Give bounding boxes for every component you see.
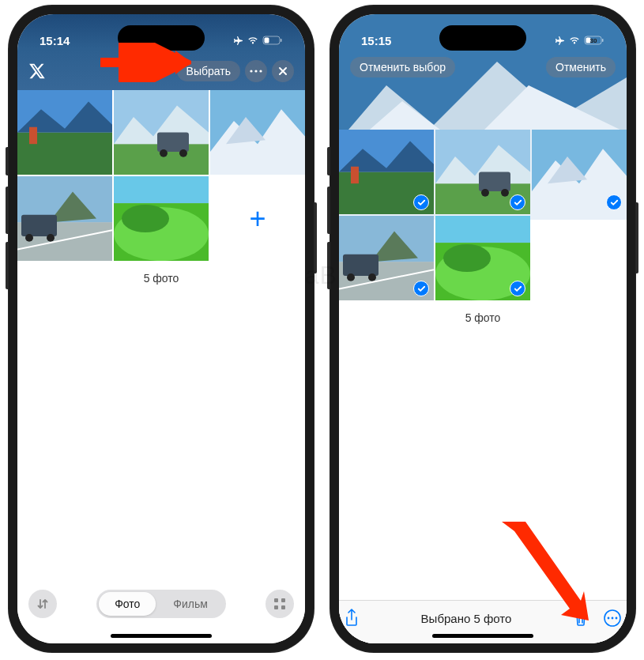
wifi-icon: [568, 36, 581, 45]
svg-point-3: [250, 70, 252, 72]
sort-button[interactable]: [28, 590, 57, 618]
svg-point-23: [25, 234, 33, 242]
selection-count: Выбрано 5 фото: [421, 612, 512, 625]
status-icons: 30: [554, 36, 604, 45]
svg-rect-51: [479, 172, 510, 191]
svg-point-66: [443, 244, 491, 272]
svg-point-4: [254, 70, 257, 72]
svg-point-61: [347, 273, 355, 281]
more-icon: [250, 70, 262, 73]
dynamic-island: [439, 25, 526, 51]
svg-rect-25: [114, 176, 209, 203]
svg-rect-47: [351, 167, 359, 183]
svg-point-53: [501, 189, 509, 197]
airplane-icon: [554, 36, 565, 45]
tab-film[interactable]: Фильм: [157, 592, 224, 616]
header: Выбрать: [17, 55, 305, 90]
view-segmented: Фото Фильм: [96, 590, 226, 618]
photo-grid: +: [17, 90, 305, 261]
photo-thumbnail[interactable]: [339, 216, 434, 300]
photo-grid: [339, 130, 627, 300]
wifi-icon: [247, 36, 259, 45]
battery-icon: [262, 36, 283, 45]
photo-thumbnail[interactable]: [17, 176, 112, 261]
screen: 15:15 30 Отменить выбор Отменить: [339, 14, 627, 643]
plus-icon: +: [249, 202, 266, 236]
grid-view-button[interactable]: [266, 590, 294, 618]
selection-checkmark: [606, 194, 622, 210]
svg-rect-9: [29, 127, 37, 144]
svg-rect-43: [602, 39, 604, 42]
trash-button[interactable]: [573, 609, 589, 627]
svg-point-15: [179, 149, 187, 157]
svg-rect-63: [435, 216, 530, 243]
svg-rect-29: [274, 598, 278, 602]
grid-icon: [273, 598, 286, 610]
status-time: 15:14: [40, 34, 70, 47]
svg-rect-32: [281, 605, 285, 609]
selection-checkmark: [510, 194, 525, 210]
photo-thumbnail[interactable]: [114, 176, 209, 261]
share-button[interactable]: [344, 609, 360, 628]
photo-thumbnail[interactable]: [435, 130, 530, 214]
svg-point-24: [47, 234, 55, 242]
dynamic-island: [118, 25, 205, 51]
svg-rect-13: [157, 133, 189, 152]
svg-text:30: 30: [590, 37, 597, 44]
photo-thumbnail[interactable]: [532, 130, 627, 214]
home-indicator[interactable]: [111, 634, 212, 638]
svg-rect-60: [343, 255, 378, 276]
photo-count: 5 фото: [17, 261, 305, 296]
cancel-button[interactable]: Отменить: [546, 57, 616, 77]
home-indicator[interactable]: [432, 634, 533, 638]
svg-rect-2: [281, 39, 282, 42]
svg-point-5: [259, 70, 262, 72]
photo-thumbnail[interactable]: [435, 216, 530, 300]
phone-right: 15:15 30 Отменить выбор Отменить: [330, 5, 636, 653]
airplane-icon: [232, 36, 243, 45]
svg-rect-31: [274, 605, 278, 609]
photo-count: 5 фото: [339, 300, 627, 335]
svg-point-52: [481, 189, 489, 197]
close-icon: [278, 66, 288, 76]
svg-rect-30: [281, 598, 285, 602]
content: + 5 фото: [17, 90, 305, 643]
svg-point-14: [160, 149, 168, 157]
x-logo-icon[interactable]: [28, 62, 46, 80]
phone-left: 15:14 Выбрать: [8, 5, 314, 653]
more-button[interactable]: [603, 609, 622, 628]
deselect-button[interactable]: Отменить выбор: [350, 57, 455, 77]
sort-icon: [36, 598, 49, 610]
more-button[interactable]: [245, 60, 267, 82]
photo-thumbnail[interactable]: [210, 90, 305, 175]
battery-icon: 30: [584, 36, 604, 45]
photo-thumbnail[interactable]: [339, 130, 434, 214]
svg-point-69: [612, 617, 614, 620]
screen: 15:14 Выбрать: [17, 14, 305, 643]
selection-checkmark: [413, 194, 429, 210]
tab-photo[interactable]: Фото: [99, 592, 156, 616]
close-button[interactable]: [272, 60, 294, 82]
add-photo-button[interactable]: +: [210, 176, 305, 261]
svg-rect-1: [265, 38, 269, 43]
svg-rect-22: [21, 215, 57, 236]
select-button[interactable]: Выбрать: [177, 61, 240, 81]
photo-thumbnail[interactable]: [17, 90, 112, 175]
svg-point-28: [122, 205, 169, 232]
status-time: 15:15: [361, 34, 391, 47]
svg-point-68: [608, 617, 610, 620]
status-icons: [232, 36, 283, 45]
svg-point-70: [616, 617, 618, 620]
photo-thumbnail[interactable]: [114, 90, 209, 175]
header: Отменить выбор Отменить: [339, 55, 627, 85]
svg-point-62: [368, 273, 376, 281]
